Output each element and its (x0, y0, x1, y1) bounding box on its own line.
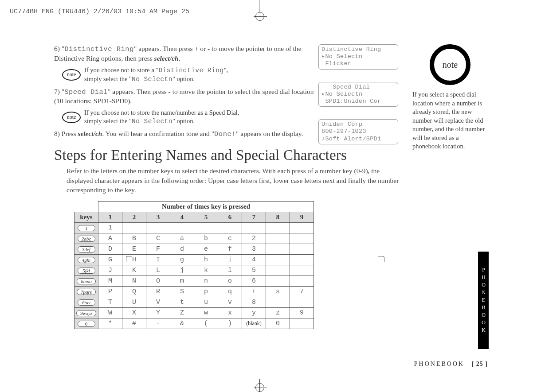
key-cell: 9wxyz (74, 308, 98, 318)
note-icon: note (62, 112, 81, 123)
char-cell: U (122, 297, 146, 308)
col-header: 4 (170, 212, 194, 223)
col-header: 8 (266, 212, 290, 223)
char-cell: c (218, 233, 242, 244)
lcd-screens: Distinctive Ring ▸No Selectn Flicker Spe… (318, 44, 398, 157)
keypad-key-icon: 0 (78, 321, 95, 327)
char-cell: I (146, 255, 170, 265)
char-cell: k (194, 265, 218, 276)
char-cell: v (218, 297, 242, 308)
lcd-text: No Selectn (132, 118, 172, 125)
char-cell: j (170, 265, 194, 276)
lcd-screen-1: Distinctive Ring ▸No Selectn Flicker (318, 44, 398, 70)
char-cell: 3 (242, 244, 266, 255)
char-cell: 6 (242, 276, 266, 287)
lcd-text: Done! (214, 130, 236, 138)
char-cell: ( (194, 318, 218, 329)
char-cell (290, 255, 314, 265)
text: 7) " (54, 88, 64, 95)
char-cell: C (146, 233, 170, 244)
char-cell: y (242, 308, 266, 318)
char-cell (290, 233, 314, 244)
lcd-text: Speed Dial (64, 88, 108, 96)
char-cell: N (122, 276, 146, 287)
char-cell: m (170, 276, 194, 287)
char-cell: R (146, 287, 170, 297)
char-cell: g (170, 255, 194, 265)
keypad-key-icon: 7pqrs (77, 289, 96, 295)
char-cell (242, 223, 266, 233)
text: " appears. Then press (134, 45, 194, 52)
col-header: 1 (98, 212, 122, 223)
char-cell: D (98, 244, 122, 255)
char-cell: Q (122, 287, 146, 297)
char-cell: 7 (290, 287, 314, 297)
char-cell: P (98, 287, 122, 297)
char-cell (266, 297, 290, 308)
note-text: If you choose not to store a "Distinctiv… (84, 66, 228, 84)
char-cell: G (98, 255, 122, 265)
char-cell (266, 244, 290, 255)
char-cell: 9 (290, 308, 314, 318)
keypad-key-icon: 5jkl (78, 268, 95, 274)
character-table: Number of times key is pressed keys12345… (74, 201, 314, 329)
step-8: 8) Press select/ch. You will hear a conf… (54, 129, 316, 139)
col-header: 7 (242, 212, 266, 223)
char-cell: d (170, 244, 194, 255)
col-header: 9 (290, 212, 314, 223)
char-cell: z (266, 308, 290, 318)
char-cell: W (98, 308, 122, 318)
key-cell: 7pqrs (74, 287, 98, 297)
char-cell: (blank) (242, 318, 266, 329)
col-header: 3 (146, 212, 170, 223)
char-cell: ) (218, 318, 242, 329)
char-cell: s (266, 287, 290, 297)
char-cell: Z (170, 308, 194, 318)
note-text: If you choose not to store the name/numb… (84, 109, 239, 126)
keypad-key-icon: 2abc (78, 236, 95, 242)
key-cell: 1 (74, 223, 98, 233)
text: . You will hear a confirmation tone and … (102, 130, 214, 137)
note-ring-icon: note (430, 44, 470, 85)
char-cell (170, 223, 194, 233)
col-header: 6 (218, 212, 242, 223)
char-cell (290, 297, 314, 308)
char-cell (266, 265, 290, 276)
text: " option. (172, 75, 195, 82)
key-cell: 0 (74, 318, 98, 329)
char-cell: A (98, 233, 122, 244)
key-select-ch: select/ch (154, 54, 179, 62)
char-cell: n (194, 276, 218, 287)
char-cell (290, 318, 314, 329)
step-7: 7) "Speed Dial" appears. Then press - to… (54, 87, 316, 106)
char-cell: - (146, 318, 170, 329)
key-cell: 6mno (74, 276, 98, 287)
char-cell (146, 223, 170, 233)
char-cell: w (194, 308, 218, 318)
char-cell (290, 244, 314, 255)
char-cell (290, 223, 314, 233)
col-header: keys (74, 212, 98, 223)
text: If you choose not to store a " (84, 66, 158, 74)
lcd-text: No Selectn (132, 76, 172, 83)
table-corner-icon (378, 256, 384, 262)
lcd-screen-2: Speed Dial ▸No Selectn SPD1:Uniden Cor (318, 82, 398, 107)
char-cell: K (122, 265, 146, 276)
char-cell: 1 (98, 223, 122, 233)
char-cell: t (170, 297, 194, 308)
section-intro: Refer to the letters on the number keys … (67, 166, 400, 195)
char-cell: * (98, 318, 122, 329)
char-cell: B (122, 233, 146, 244)
table-header: Number of times key is pressed (98, 202, 314, 212)
lcd-screen-3: Uniden Corp 800-297-1023 ♪Soft Alert/SPD… (318, 119, 398, 144)
side-note-text: If you select a speed dial location wher… (412, 90, 488, 151)
crop-mark-icon (259, 379, 260, 392)
print-header: UC774BH ENG (TRU446) 2/26/03 10:54 AM Pa… (10, 8, 189, 16)
char-cell (290, 265, 314, 276)
page-number: [ 25 ] (472, 361, 488, 367)
key-plus: + (194, 45, 198, 52)
char-cell (266, 255, 290, 265)
char-cell: L (146, 265, 170, 276)
char-cell: b (194, 233, 218, 244)
char-cell (218, 223, 242, 233)
